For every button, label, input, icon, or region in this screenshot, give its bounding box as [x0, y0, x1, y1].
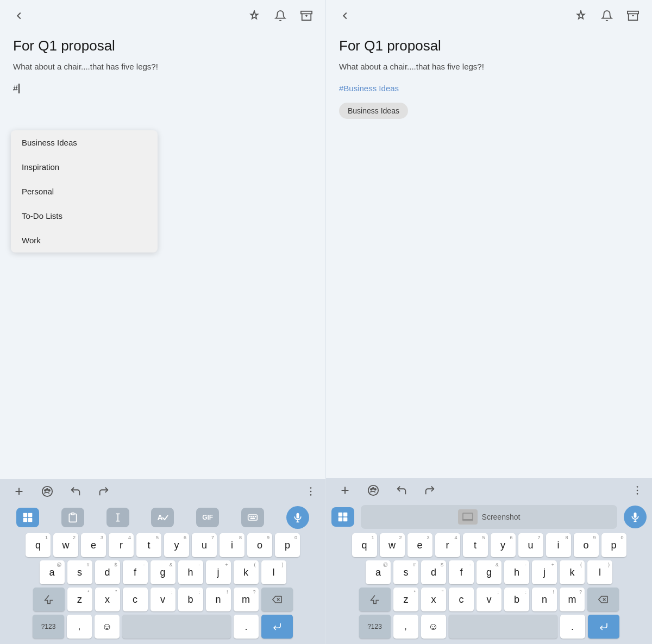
key-m-right[interactable]: ?m — [560, 588, 585, 611]
key-o-left[interactable]: 9o — [247, 533, 272, 557]
space-key-left[interactable] — [122, 615, 231, 639]
space-key-right[interactable] — [449, 615, 557, 639]
add-icon-left[interactable] — [11, 483, 27, 500]
key-n-left[interactable]: !n — [206, 588, 231, 611]
mic-key-left[interactable] — [286, 506, 309, 529]
key-q-left[interactable]: 1q — [26, 533, 51, 557]
key-b-left[interactable]: :b — [178, 588, 203, 611]
autocomplete-item-0[interactable]: Business Ideas — [11, 130, 158, 155]
autocomplete-item-2[interactable]: Personal — [11, 179, 158, 204]
key-a-right[interactable]: @a — [366, 560, 391, 584]
keyboard-key-left[interactable] — [241, 508, 264, 527]
apps-key-left[interactable] — [16, 508, 39, 527]
key-l-left[interactable]: )l — [261, 560, 286, 584]
period-key-left[interactable]: . — [234, 615, 259, 639]
autocomplete-item-3[interactable]: To-Do Lists — [11, 204, 158, 228]
tag-link[interactable]: #Business Ideas — [339, 84, 639, 93]
key-s-left[interactable]: #s — [67, 560, 92, 584]
key-z-right[interactable]: *z — [393, 588, 418, 611]
redo-icon-right[interactable] — [422, 482, 438, 498]
key-k-right[interactable]: (k — [560, 560, 585, 584]
key-v-left[interactable]: ;v — [151, 588, 175, 611]
key-h-left[interactable]: -h — [178, 560, 203, 584]
key-l-right[interactable]: )l — [587, 560, 612, 584]
key-b-right[interactable]: :b — [504, 588, 529, 611]
key-t-left[interactable]: 5t — [136, 533, 161, 557]
key-o-right[interactable]: 9o — [574, 533, 599, 557]
key-c-right[interactable]: c — [449, 588, 474, 611]
key-c-left[interactable]: c — [123, 588, 148, 611]
spellcheck-key-left[interactable]: A — [151, 508, 174, 527]
pin-button-right[interactable] — [573, 8, 589, 24]
apps-key-right[interactable] — [331, 507, 354, 527]
key-q-right[interactable]: 1q — [352, 533, 377, 557]
key-r-right[interactable]: 4r — [435, 533, 460, 557]
key-y-left[interactable]: 6y — [164, 533, 189, 557]
key-i-right[interactable]: 8i — [546, 533, 571, 557]
emoji-key-left[interactable]: ☺ — [95, 615, 120, 639]
backspace-key-left[interactable] — [261, 588, 293, 611]
key-g-left[interactable]: &g — [151, 560, 175, 584]
key-v-right[interactable]: ;v — [477, 588, 501, 611]
autocomplete-item-1[interactable]: Inspiration — [11, 155, 158, 179]
archive-button-left[interactable] — [298, 8, 315, 24]
clipboard-key-left[interactable] — [61, 508, 84, 527]
key-s-right[interactable]: #s — [393, 560, 418, 584]
undo-icon-right[interactable] — [393, 482, 410, 498]
more-vert-icon-left[interactable] — [307, 483, 315, 500]
palette-icon-right[interactable] — [365, 482, 381, 498]
bell-button-right[interactable] — [599, 8, 615, 24]
more-vert-icon-right[interactable] — [634, 482, 641, 498]
autocomplete-item-4[interactable]: Work — [11, 228, 158, 252]
numbers-key-right[interactable]: ?123 — [359, 615, 391, 639]
key-d-right[interactable]: $d — [421, 560, 446, 584]
key-k-left[interactable]: (k — [234, 560, 259, 584]
key-r-left[interactable]: 4r — [109, 533, 134, 557]
shift-key-right[interactable] — [359, 588, 391, 611]
key-w-right[interactable]: 2w — [380, 533, 405, 557]
key-t-right[interactable]: 5t — [463, 533, 488, 557]
key-h-right[interactable]: -h — [504, 560, 529, 584]
key-e-right[interactable]: 3e — [408, 533, 432, 557]
comma-key-left[interactable]: , — [67, 615, 92, 639]
period-key-right[interactable]: . — [560, 615, 585, 639]
key-g-right[interactable]: &g — [477, 560, 501, 584]
numbers-key-left[interactable]: ?123 — [33, 615, 64, 639]
archive-button-right[interactable] — [625, 8, 641, 24]
mic-key-right[interactable] — [624, 506, 647, 528]
gif-key-left[interactable]: GIF — [196, 508, 219, 527]
key-u-right[interactable]: 7u — [518, 533, 543, 557]
key-x-left[interactable]: "x — [95, 588, 120, 611]
shift-key-left[interactable] — [33, 588, 65, 611]
tag-chip[interactable]: Business Ideas — [339, 103, 408, 119]
pin-button-left[interactable] — [246, 8, 262, 24]
emoji-key-right[interactable]: ☺ — [421, 615, 446, 639]
key-i-left[interactable]: 8i — [220, 533, 244, 557]
key-e-left[interactable]: 3e — [81, 533, 106, 557]
undo-icon-left[interactable] — [67, 483, 84, 500]
bell-button-left[interactable] — [272, 8, 289, 24]
key-d-left[interactable]: $d — [95, 560, 120, 584]
redo-icon-left[interactable] — [96, 483, 112, 500]
key-p-left[interactable]: 0p — [275, 533, 300, 557]
key-x-right[interactable]: "x — [421, 588, 446, 611]
enter-key-left[interactable] — [261, 615, 293, 639]
key-m-left[interactable]: ?m — [234, 588, 259, 611]
backspace-key-right[interactable] — [587, 588, 619, 611]
key-u-left[interactable]: 7u — [192, 533, 217, 557]
enter-key-right[interactable] — [588, 615, 619, 639]
key-j-right[interactable]: +j — [532, 560, 557, 584]
key-f-right[interactable]: -f — [449, 560, 474, 584]
key-f-left[interactable]: -f — [123, 560, 148, 584]
text-cursor-key-left[interactable] — [106, 508, 129, 527]
add-icon-right[interactable] — [337, 482, 353, 498]
back-button-right[interactable] — [337, 8, 353, 24]
key-w-left[interactable]: 2w — [53, 533, 78, 557]
key-p-right[interactable]: 0p — [601, 533, 626, 557]
hash-input[interactable]: # — [13, 84, 312, 93]
key-z-left[interactable]: *z — [67, 588, 92, 611]
key-y-right[interactable]: 6y — [491, 533, 516, 557]
comma-key-right[interactable]: , — [393, 615, 418, 639]
key-a-left[interactable]: @a — [40, 560, 65, 584]
key-j-left[interactable]: +j — [206, 560, 231, 584]
